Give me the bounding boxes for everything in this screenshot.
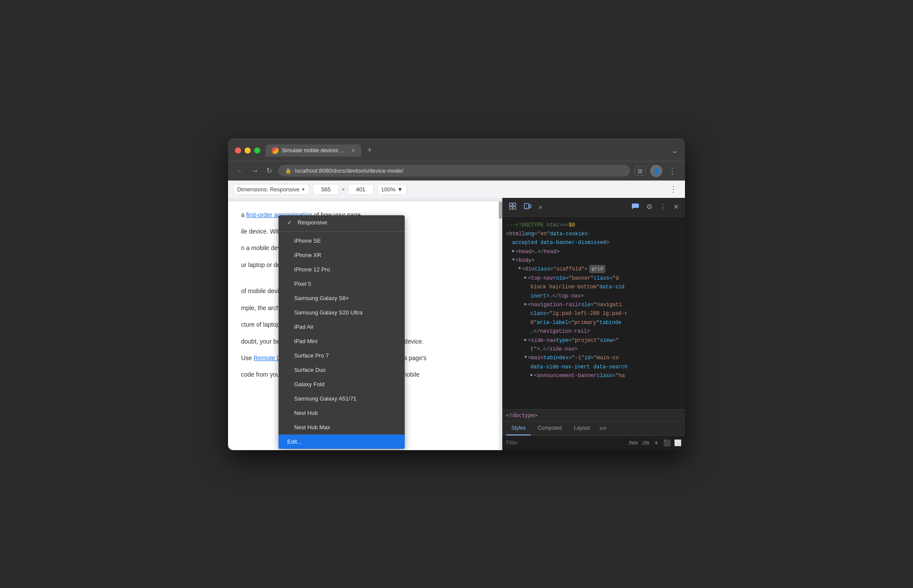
- dropdown-item-edit[interactable]: Edit...: [279, 434, 405, 449]
- dropdown-item-label: iPhone SE: [294, 237, 321, 244]
- window-more-icon[interactable]: ⌄: [671, 146, 678, 155]
- maximize-button[interactable]: [254, 147, 260, 154]
- grid-badge: grid: [589, 265, 605, 273]
- dropdown-item-iphone-xr[interactable]: iPhone XR: [279, 248, 405, 262]
- dropdown-item-samsung-s8[interactable]: Samsung Galaxy S8+: [279, 291, 405, 305]
- back-button[interactable]: ←: [235, 165, 245, 177]
- layout-tab[interactable]: Layout: [569, 421, 595, 435]
- page-viewport: ✓ Responsive iPhone SE iPhone XR iPhone …: [228, 198, 502, 450]
- computed-tab[interactable]: Computed: [533, 421, 567, 435]
- browser-tab[interactable]: Simulate mobile devices with D ×: [265, 144, 361, 157]
- close-button[interactable]: [235, 147, 241, 154]
- zoom-dropdown[interactable]: 100% ▼: [377, 184, 407, 195]
- collapse-sidenav-icon[interactable]: ▶: [524, 336, 527, 344]
- html-line-announcement[interactable]: ▶ <announcement-banner class="ha: [506, 371, 681, 380]
- filter-input[interactable]: [506, 440, 624, 446]
- scroll-thumb[interactable]: [499, 201, 502, 219]
- collapse-main-icon[interactable]: ▼: [524, 354, 527, 361]
- new-tab-button[interactable]: +: [365, 145, 375, 156]
- tab-close-button[interactable]: ×: [352, 147, 355, 154]
- minimize-button[interactable]: [245, 147, 251, 154]
- filter-action-icons: ⬛ ⬜: [663, 439, 681, 446]
- close-devtools-button[interactable]: ✕: [671, 201, 681, 213]
- html-line-nav-rail-2: class="lg:pad-left-200 lg:pad-r: [506, 309, 681, 318]
- dropdown-item-responsive[interactable]: ✓ Responsive: [279, 215, 405, 230]
- extensions-button[interactable]: ⊞: [634, 166, 646, 176]
- dropdown-item-ipad-mini[interactable]: iPad Mini: [279, 334, 405, 348]
- dropdown-item-label: Pixel 5: [294, 281, 311, 287]
- dimensions-dropdown[interactable]: Dimensions: Responsive ▼: [233, 184, 309, 195]
- html-line-main[interactable]: ▼ <main tabindex="-1" id="main-co: [506, 354, 681, 362]
- collapse-head-icon[interactable]: ▶: [512, 247, 515, 255]
- secure-icon: 🔒: [285, 168, 292, 174]
- dropdown-item-label: Surface Duo: [294, 367, 326, 373]
- refresh-button[interactable]: ↻: [265, 165, 274, 177]
- dropdown-item-surface-duo[interactable]: Surface Duo: [279, 363, 405, 377]
- dropdown-item-label: iPad Mini: [294, 338, 317, 344]
- html-line-nav-rail-3: 0" aria-label="primary" tabinde: [506, 318, 681, 327]
- styles-tab[interactable]: Styles: [506, 421, 531, 435]
- svg-rect-5: [529, 205, 531, 208]
- tab-area: Simulate mobile devices with D × +: [265, 144, 666, 157]
- collapse-navrail-icon[interactable]: ▶: [524, 301, 527, 308]
- dropdown-item-galaxy-fold[interactable]: Galaxy Fold: [279, 377, 405, 391]
- devtools-header: » ⚙ ⋮ ✕: [503, 198, 685, 217]
- settings-icon[interactable]: ⚙: [644, 201, 655, 213]
- dropdown-item-iphone-12-pro[interactable]: iPhone 12 Pro: [279, 262, 405, 277]
- more-panels-button[interactable]: »: [536, 201, 545, 213]
- html-line-side-nav[interactable]: ▶ <side-nav type="project" view=": [506, 336, 681, 345]
- dropdown-item-ipad-air[interactable]: iPad Air: [279, 320, 405, 334]
- html-line-div-scaffold[interactable]: ▼ <div class="scaffold"> grid: [506, 265, 681, 274]
- collapse-topnav-icon[interactable]: ▶: [524, 274, 527, 281]
- toggle-styles-icon[interactable]: ⬜: [674, 439, 681, 446]
- collapse-scaffold-icon[interactable]: ▼: [518, 265, 521, 272]
- html-line-head[interactable]: ▶ <head>…</head>: [506, 247, 681, 256]
- dropdown-item-label: Responsive: [298, 219, 327, 226]
- dropdown-item-nest-hub[interactable]: Nest Hub: [279, 406, 405, 420]
- dropdown-item-surface-pro[interactable]: Surface Pro 7: [279, 348, 405, 363]
- tab-title: Simulate mobile devices with D: [282, 147, 346, 154]
- toolbar-more-button[interactable]: ⋮: [667, 184, 680, 195]
- size-inputs: ×: [313, 184, 374, 195]
- more-actions-icon[interactable]: ⋮: [657, 201, 669, 213]
- height-input[interactable]: [348, 184, 374, 195]
- dropdown-item-pixel-5[interactable]: Pixel 5: [279, 277, 405, 291]
- address-input[interactable]: 🔒 localhost:8080/docs/devtools/device-mo…: [278, 165, 630, 177]
- scroll-indicator: [499, 201, 502, 450]
- dimensions-label: Dimensions: Responsive: [237, 186, 299, 193]
- elements-panel-icon[interactable]: [506, 200, 519, 214]
- dropdown-item-samsung-a51[interactable]: Samsung Galaxy A51/71: [279, 391, 405, 406]
- copy-styles-icon[interactable]: ⬛: [663, 439, 671, 446]
- cls-filter[interactable]: .cls: [641, 440, 649, 446]
- dropdown-item-nest-hub-max[interactable]: Nest Hub Max: [279, 420, 405, 434]
- add-filter-button[interactable]: ＋: [653, 438, 660, 448]
- device-mode-icon[interactable]: [521, 200, 534, 214]
- html-line-body[interactable]: ▼ <body>: [506, 256, 681, 265]
- zoom-arrow: ▼: [397, 186, 403, 193]
- dropdown-item-label: Edit...: [287, 438, 302, 445]
- hov-filter[interactable]: :hov: [628, 440, 638, 446]
- dropdown-item-label: Surface Pro 7: [294, 352, 329, 359]
- svg-rect-1: [513, 203, 516, 206]
- devtools-toolbar: Dimensions: Responsive ▼ × 100% ▼ ⋮: [228, 180, 685, 198]
- feedback-icon[interactable]: [629, 200, 642, 214]
- html-line-top-nav[interactable]: ▶ <top-nav role="banner" class="d: [506, 274, 681, 283]
- collapse-body-icon[interactable]: ▼: [512, 256, 515, 264]
- width-input[interactable]: [313, 184, 339, 195]
- dropdown-item-iphone-se[interactable]: iPhone SE: [279, 234, 405, 248]
- more-tabs-button[interactable]: >>: [597, 421, 609, 435]
- html-line-top-nav-2: block hairline-bottom" data-sid: [506, 283, 681, 291]
- collapse-announcement-icon[interactable]: ▶: [530, 371, 533, 379]
- menu-button[interactable]: ⋮: [667, 165, 678, 177]
- forward-button[interactable]: →: [250, 165, 260, 177]
- zoom-label: 100%: [381, 186, 396, 193]
- devtools-panel: » ⚙ ⋮ ✕ ··· <!DOCTYPE html> == $0: [502, 198, 685, 450]
- profile-button[interactable]: 👤: [650, 165, 662, 177]
- dimensions-arrow: ▼: [301, 187, 305, 192]
- dropdown-item-label: Nest Hub: [294, 410, 318, 416]
- check-icon: ✓: [287, 219, 294, 226]
- device-mode-bar: [228, 198, 502, 201]
- dropdown-item-samsung-s20[interactable]: Samsung Galaxy S20 Ultra: [279, 305, 405, 320]
- html-line-nav-rail[interactable]: ▶ <navigation-rail role="navigati: [506, 301, 681, 309]
- svg-rect-3: [513, 207, 516, 209]
